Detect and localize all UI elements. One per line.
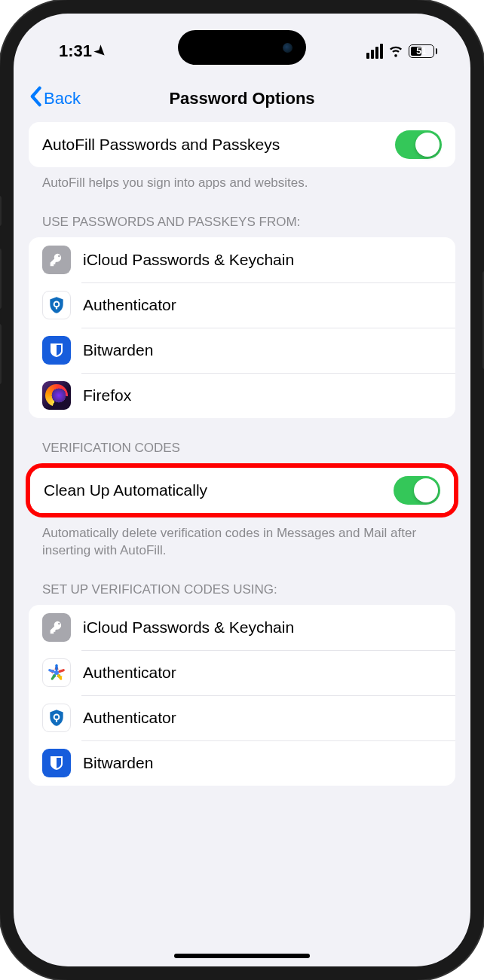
cleanup-card: Clean Up Automatically bbox=[30, 468, 454, 513]
setup-header: SET UP VERIFICATION CODES USING: bbox=[29, 560, 455, 605]
page-title: Password Options bbox=[14, 89, 470, 108]
status-time: 1:31 bbox=[59, 41, 92, 61]
sources-card: iCloud Passwords & Keychain Authenticato… bbox=[29, 237, 455, 418]
autofill-footer: AutoFill helps you sign into apps and we… bbox=[29, 167, 455, 192]
verification-header: VERIFICATION CODES bbox=[29, 418, 455, 463]
setup-card: iCloud Passwords & Keychain Authenticato… bbox=[29, 605, 455, 786]
status-right: 51 bbox=[366, 41, 437, 61]
cellular-icon bbox=[366, 44, 383, 59]
wifi-icon bbox=[388, 41, 404, 61]
chevron-left-icon bbox=[29, 86, 42, 111]
firefox-icon bbox=[42, 381, 71, 410]
key-icon bbox=[42, 613, 71, 642]
autofill-label: AutoFill Passwords and Passkeys bbox=[42, 136, 383, 154]
authenticator-icon bbox=[42, 704, 71, 732]
svg-rect-6 bbox=[56, 719, 57, 722]
setup-label: Bitwarden bbox=[83, 754, 442, 772]
setup-label: Authenticator bbox=[83, 664, 442, 682]
sources-header: USE PASSWORDS AND PASSKEYS FROM: bbox=[29, 192, 455, 237]
phone-frame: 1:31 ➤ 51 Back bbox=[0, 0, 484, 980]
source-label: Bitwarden bbox=[83, 341, 442, 359]
volume-up-button bbox=[0, 249, 2, 309]
source-label: Firefox bbox=[83, 386, 442, 405]
back-button[interactable]: Back bbox=[29, 86, 81, 111]
source-icloud-row[interactable]: iCloud Passwords & Keychain bbox=[29, 237, 455, 282]
setup-ms-authenticator-row[interactable]: Authenticator bbox=[29, 695, 455, 740]
autofill-toggle-row[interactable]: AutoFill Passwords and Passkeys bbox=[29, 122, 455, 167]
authenticator-icon bbox=[42, 291, 71, 319]
source-authenticator-row[interactable]: Authenticator bbox=[29, 282, 455, 328]
highlight-annotation: Clean Up Automatically bbox=[26, 463, 458, 517]
cleanup-toggle[interactable] bbox=[394, 476, 440, 505]
svg-rect-2 bbox=[56, 306, 57, 309]
content: Back Password Options AutoFill Passwords… bbox=[14, 14, 470, 966]
screen: 1:31 ➤ 51 Back bbox=[14, 14, 470, 966]
source-label: Authenticator bbox=[83, 296, 442, 314]
cleanup-label: Clean Up Automatically bbox=[44, 481, 381, 499]
source-firefox-row[interactable]: Firefox bbox=[29, 373, 455, 418]
verification-footer: Automatically delete verification codes … bbox=[29, 517, 455, 560]
dynamic-island bbox=[178, 30, 306, 65]
setup-label: Authenticator bbox=[83, 709, 442, 727]
setup-bitwarden-row[interactable]: Bitwarden bbox=[29, 740, 455, 786]
back-label: Back bbox=[44, 89, 81, 108]
location-icon: ➤ bbox=[90, 41, 110, 61]
volume-down-button bbox=[0, 324, 2, 384]
source-label: iCloud Passwords & Keychain bbox=[83, 251, 442, 269]
battery-icon: 51 bbox=[409, 44, 437, 58]
cleanup-toggle-row[interactable]: Clean Up Automatically bbox=[30, 468, 454, 513]
scroll-area[interactable]: AutoFill Passwords and Passkeys AutoFill… bbox=[14, 122, 470, 786]
nav-header: Back Password Options bbox=[14, 74, 470, 122]
key-icon bbox=[42, 246, 71, 274]
autofill-toggle[interactable] bbox=[395, 130, 442, 159]
svg-point-1 bbox=[55, 302, 59, 306]
source-bitwarden-row[interactable]: Bitwarden bbox=[29, 328, 455, 373]
google-authenticator-icon bbox=[42, 658, 71, 687]
bitwarden-icon bbox=[42, 749, 71, 777]
svg-point-5 bbox=[55, 715, 59, 719]
setup-label: iCloud Passwords & Keychain bbox=[83, 618, 442, 637]
setup-icloud-row[interactable]: iCloud Passwords & Keychain bbox=[29, 605, 455, 650]
front-camera bbox=[283, 43, 293, 53]
silence-switch bbox=[0, 196, 2, 226]
bitwarden-icon bbox=[42, 336, 71, 365]
autofill-card: AutoFill Passwords and Passkeys bbox=[29, 122, 455, 167]
setup-google-authenticator-row[interactable]: Authenticator bbox=[29, 650, 455, 695]
home-indicator[interactable] bbox=[174, 954, 310, 958]
status-left: 1:31 ➤ bbox=[59, 41, 106, 61]
